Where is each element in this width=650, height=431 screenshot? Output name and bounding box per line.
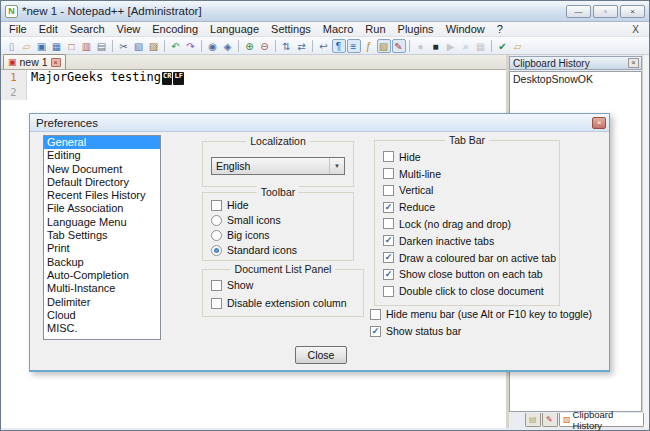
new-file-icon[interactable]: ▯	[5, 39, 19, 53]
character-panel-tab[interactable]: ✎	[542, 413, 558, 427]
checkbox-hide[interactable]: Hide	[211, 198, 353, 212]
category-backup[interactable]: Backup	[44, 256, 160, 269]
close-button[interactable]: ×	[620, 5, 645, 18]
print-icon[interactable]: ▤	[95, 39, 109, 53]
save-icon[interactable]: ▣	[35, 39, 49, 53]
menu-window[interactable]: Window	[440, 22, 491, 37]
checkbox-vertical[interactable]: Vertical	[383, 183, 559, 197]
tab-close-icon[interactable]: ×	[51, 58, 61, 67]
stop-recording-icon[interactable]: ■	[429, 39, 443, 53]
plugin-folder-icon[interactable]: ▱	[511, 39, 525, 53]
menu-plugins[interactable]: Plugins	[392, 22, 440, 37]
category-print[interactable]: Print	[44, 242, 160, 255]
category-tab-settings[interactable]: Tab Settings	[44, 229, 160, 242]
cut-icon[interactable]: ✂	[117, 39, 131, 53]
scrollbar-track[interactable]	[642, 55, 649, 428]
radio-icon[interactable]	[211, 215, 222, 226]
category-new-document[interactable]: New Document	[44, 163, 160, 176]
checkbox-double-click-to-close-document[interactable]: Double click to close document	[383, 284, 559, 298]
save-macro-icon[interactable]: ▦	[474, 39, 488, 53]
show-all-characters-icon[interactable]: ¶	[332, 39, 346, 53]
category-delimiter[interactable]: Delimiter	[44, 296, 160, 309]
checkbox-icon[interactable]: ✓	[370, 326, 381, 337]
radio-small-icons[interactable]: Small icons	[211, 213, 353, 227]
notepad-plus-plus-icon[interactable]: N	[5, 5, 18, 18]
document-switcher-icon[interactable]: ✎	[392, 39, 406, 53]
checkbox-icon[interactable]	[383, 218, 394, 229]
category-misc[interactable]: MISC.	[44, 322, 160, 335]
menu-run[interactable]: Run	[359, 22, 391, 37]
radio-icon[interactable]	[211, 245, 222, 256]
category-auto-completion[interactable]: Auto-Completion	[44, 269, 160, 282]
checkbox-multi-line[interactable]: Multi-line	[383, 167, 559, 181]
checkbox-icon[interactable]	[383, 168, 394, 179]
checkbox-icon[interactable]	[370, 309, 381, 320]
menu-language[interactable]: Language	[204, 22, 265, 37]
document-list-tab[interactable]: ▤	[525, 413, 541, 427]
checkbox-hide[interactable]: Hide	[383, 150, 559, 164]
menu-edit[interactable]: Edit	[33, 22, 64, 37]
user-defined-language-icon[interactable]: ƒ	[362, 39, 376, 53]
run-macro-multiple-icon[interactable]: »	[459, 39, 473, 53]
redo-icon[interactable]: ↷	[184, 39, 198, 53]
panel-close-icon[interactable]: ×	[628, 58, 639, 68]
checkbox-icon[interactable]: ✓	[383, 235, 394, 246]
checkbox-show-close-button-on-each-tab[interactable]: ✓Show close button on each tab	[383, 267, 559, 281]
category-recent-files-history[interactable]: Recent Files History	[44, 189, 160, 202]
word-wrap-icon[interactable]: ↩	[317, 39, 331, 53]
menu-help[interactable]: ?	[491, 22, 509, 37]
category-general[interactable]: General	[44, 136, 160, 149]
menu-view[interactable]: View	[111, 22, 147, 37]
checkbox-show[interactable]: Show	[211, 278, 363, 292]
checkbox-show-status-bar[interactable]: ✓Show status bar	[370, 324, 592, 338]
menu-settings[interactable]: Settings	[265, 22, 317, 37]
find-icon[interactable]: ◉	[206, 39, 220, 53]
indent-guide-icon[interactable]: ≡	[347, 39, 361, 53]
checkbox-icon[interactable]	[211, 298, 222, 309]
radio-standard-icons[interactable]: Standard icons	[211, 243, 353, 257]
close-dialog-button[interactable]: Close	[295, 346, 347, 364]
category-file-association[interactable]: File Association	[44, 202, 160, 215]
checkbox-icon[interactable]	[211, 280, 222, 291]
dialog-close-icon[interactable]: ×	[592, 117, 606, 129]
menu-close-document-x[interactable]: X	[624, 24, 647, 35]
restore-button[interactable]: ▫	[593, 5, 618, 18]
checkbox-darken-inactive-tabs[interactable]: ✓Darken inactive tabs	[383, 234, 559, 248]
open-file-icon[interactable]: ▱	[20, 39, 34, 53]
undo-icon[interactable]: ↶	[169, 39, 183, 53]
checkbox-disable-extension-column[interactable]: Disable extension column	[211, 296, 363, 310]
clipboard-history-tab[interactable]: ▨Clipboard History	[559, 413, 644, 427]
checkbox-draw-a-coloured-bar-on-active-tab[interactable]: ✓Draw a coloured bar on active tab	[383, 251, 559, 265]
paste-icon[interactable]: ▨	[147, 39, 161, 53]
checkbox-icon[interactable]	[383, 151, 394, 162]
checkbox-icon[interactable]: ✓	[383, 252, 394, 263]
dialog-title[interactable]: Preferences	[30, 114, 609, 132]
checkbox-icon[interactable]	[383, 185, 394, 196]
document-tab-new-1[interactable]: ▣ new 1 ×	[3, 54, 66, 69]
clipboard-item[interactable]: DesktopSnowOK	[510, 72, 641, 86]
zoom-in-icon[interactable]: ⊕	[243, 39, 257, 53]
checkbox-hide-menu-bar-use-alt-or-f10-key-to-toggle[interactable]: Hide menu bar (use Alt or F10 key to tog…	[370, 307, 592, 321]
close-icon[interactable]: □	[65, 39, 79, 53]
checkbox-lock-no-drag-and-drop[interactable]: Lock (no drag and drop)	[383, 217, 559, 231]
save-all-icon[interactable]: ▦	[50, 39, 64, 53]
checkbox-icon[interactable]: ✓	[383, 269, 394, 280]
category-language-menu[interactable]: Language Menu	[44, 216, 160, 229]
sync-horizontal-scroll-icon[interactable]: ⇄	[295, 39, 309, 53]
radio-big-icons[interactable]: Big icons	[211, 228, 353, 242]
checkbox-reduce[interactable]: ✓Reduce	[383, 200, 559, 214]
menu-file[interactable]: File	[3, 22, 33, 37]
category-cloud[interactable]: Cloud	[44, 309, 160, 322]
localization-combobox[interactable]: English ▼	[211, 157, 345, 175]
menu-macro[interactable]: Macro	[317, 22, 360, 37]
menu-encoding[interactable]: Encoding	[146, 22, 204, 37]
spell-check-icon[interactable]: ✔	[496, 39, 510, 53]
checkbox-icon[interactable]	[211, 200, 222, 211]
category-default-directory[interactable]: Default Directory	[44, 176, 160, 189]
replace-icon[interactable]: ◈	[221, 39, 235, 53]
record-macro-icon[interactable]: ●	[414, 39, 428, 53]
copy-icon[interactable]: ▧	[132, 39, 146, 53]
category-multi-instance[interactable]: Multi-Instance	[44, 282, 160, 295]
close-all-icon[interactable]: ▥	[80, 39, 94, 53]
category-editing[interactable]: Editing	[44, 149, 160, 162]
